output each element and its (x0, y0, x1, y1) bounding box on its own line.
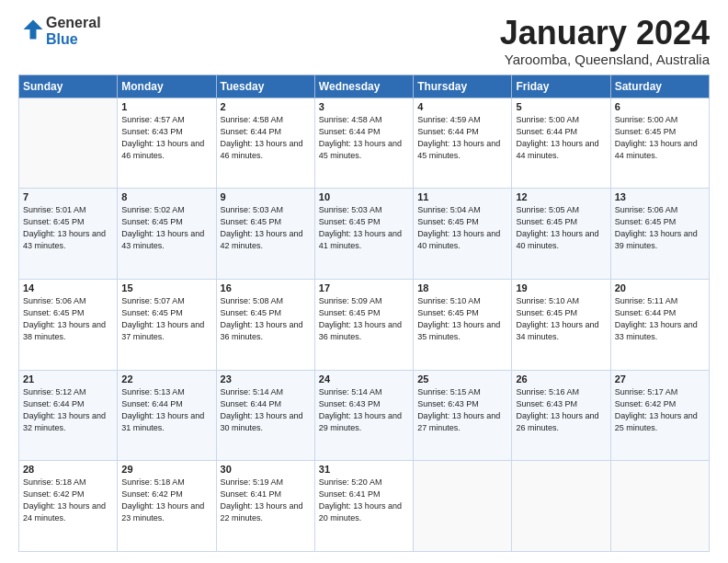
col-saturday: Saturday (610, 75, 709, 98)
table-row: 20 Sunrise: 5:11 AMSunset: 6:44 PMDaylig… (610, 279, 709, 370)
title-block: January 2024 Yaroomba, Queensland, Austr… (500, 15, 710, 67)
cell-content: Sunrise: 4:58 AMSunset: 6:44 PMDaylight:… (221, 114, 311, 162)
table-row (512, 461, 610, 552)
calendar-table: Sunday Monday Tuesday Wednesday Thursday… (18, 75, 710, 552)
cell-content: Sunrise: 5:18 AMSunset: 6:42 PMDaylight:… (121, 477, 211, 524)
table-row: 5 Sunrise: 5:00 AMSunset: 6:44 PMDayligh… (512, 98, 610, 189)
day-number: 29 (121, 464, 211, 475)
day-number: 26 (516, 373, 606, 385)
table-row: 24 Sunrise: 5:14 AMSunset: 6:43 PMDaylig… (314, 370, 413, 461)
col-monday: Monday (118, 75, 216, 98)
logo-blue-text: Blue (46, 31, 78, 47)
cell-content: Sunrise: 5:10 AMSunset: 6:45 PMDaylight:… (516, 295, 606, 343)
cell-content: Sunrise: 5:13 AMSunset: 6:44 PMDaylight:… (121, 386, 211, 434)
week-row-3: 14 Sunrise: 5:06 AMSunset: 6:45 PMDaylig… (19, 279, 710, 370)
table-row: 29 Sunrise: 5:18 AMSunset: 6:42 PMDaylig… (118, 461, 216, 552)
day-number: 31 (319, 464, 409, 475)
day-number: 27 (615, 373, 705, 385)
day-number: 21 (23, 373, 113, 385)
table-row: 12 Sunrise: 5:05 AMSunset: 6:45 PMDaylig… (512, 189, 610, 280)
col-sunday: Sunday (19, 75, 118, 98)
table-row: 28 Sunrise: 5:18 AMSunset: 6:42 PMDaylig… (19, 461, 118, 552)
logo-general-text: General (46, 15, 101, 30)
day-number: 5 (516, 101, 606, 112)
day-number: 8 (121, 191, 211, 202)
week-row-2: 7 Sunrise: 5:01 AMSunset: 6:45 PMDayligh… (19, 189, 710, 280)
logo-icon (20, 17, 46, 42)
day-number: 7 (23, 191, 113, 202)
col-friday: Friday (512, 75, 610, 98)
table-row: 14 Sunrise: 5:06 AMSunset: 6:45 PMDaylig… (19, 279, 118, 370)
cell-content: Sunrise: 5:02 AMSunset: 6:45 PMDaylight:… (121, 204, 211, 252)
week-row-4: 21 Sunrise: 5:12 AMSunset: 6:44 PMDaylig… (19, 370, 710, 461)
table-row (414, 461, 512, 552)
table-row: 15 Sunrise: 5:07 AMSunset: 6:45 PMDaylig… (118, 279, 216, 370)
cell-content: Sunrise: 5:12 AMSunset: 6:44 PMDaylight:… (23, 386, 113, 434)
table-row: 4 Sunrise: 4:59 AMSunset: 6:44 PMDayligh… (414, 98, 512, 189)
table-row: 13 Sunrise: 5:06 AMSunset: 6:45 PMDaylig… (610, 189, 709, 280)
cell-content: Sunrise: 5:17 AMSunset: 6:42 PMDaylight:… (615, 386, 705, 434)
day-number: 24 (319, 373, 409, 385)
cell-content: Sunrise: 5:14 AMSunset: 6:43 PMDaylight:… (319, 386, 409, 434)
table-row: 22 Sunrise: 5:13 AMSunset: 6:44 PMDaylig… (118, 370, 216, 461)
cell-content: Sunrise: 5:08 AMSunset: 6:45 PMDaylight:… (221, 295, 311, 343)
cell-content: Sunrise: 5:05 AMSunset: 6:45 PMDaylight:… (516, 204, 606, 252)
table-row: 26 Sunrise: 5:16 AMSunset: 6:43 PMDaylig… (512, 370, 610, 461)
day-number: 2 (221, 101, 311, 112)
cell-content: Sunrise: 4:59 AMSunset: 6:44 PMDaylight:… (417, 114, 507, 162)
logo: General Blue (18, 15, 101, 47)
cell-content: Sunrise: 5:15 AMSunset: 6:43 PMDaylight:… (417, 386, 507, 434)
cell-content: Sunrise: 5:19 AMSunset: 6:41 PMDaylight:… (221, 477, 311, 524)
table-row: 7 Sunrise: 5:01 AMSunset: 6:45 PMDayligh… (19, 189, 118, 280)
week-row-5: 28 Sunrise: 5:18 AMSunset: 6:42 PMDaylig… (19, 461, 710, 552)
table-row: 17 Sunrise: 5:09 AMSunset: 6:45 PMDaylig… (314, 279, 413, 370)
day-number: 30 (221, 464, 311, 475)
cell-content: Sunrise: 5:20 AMSunset: 6:41 PMDaylight:… (319, 477, 409, 524)
day-number: 19 (516, 282, 606, 293)
cell-content: Sunrise: 5:07 AMSunset: 6:45 PMDaylight:… (121, 295, 211, 343)
calendar-page: General Blue January 2024 Yaroomba, Quee… (0, 0, 728, 563)
table-row: 3 Sunrise: 4:58 AMSunset: 6:44 PMDayligh… (314, 98, 413, 189)
day-number: 1 (121, 101, 211, 112)
table-row: 21 Sunrise: 5:12 AMSunset: 6:44 PMDaylig… (19, 370, 118, 461)
day-number: 22 (121, 373, 211, 385)
day-number: 16 (221, 282, 311, 293)
table-row: 25 Sunrise: 5:15 AMSunset: 6:43 PMDaylig… (414, 370, 512, 461)
day-number: 11 (417, 191, 507, 202)
day-number: 18 (417, 282, 507, 293)
header: General Blue January 2024 Yaroomba, Quee… (18, 15, 710, 67)
calendar-header-row: Sunday Monday Tuesday Wednesday Thursday… (19, 75, 710, 98)
table-row: 30 Sunrise: 5:19 AMSunset: 6:41 PMDaylig… (216, 461, 314, 552)
day-number: 4 (417, 101, 507, 112)
cell-content: Sunrise: 5:14 AMSunset: 6:44 PMDaylight:… (221, 386, 311, 434)
cell-content: Sunrise: 5:09 AMSunset: 6:45 PMDaylight:… (319, 295, 409, 343)
day-number: 12 (516, 191, 606, 202)
col-thursday: Thursday (414, 75, 512, 98)
table-row: 1 Sunrise: 4:57 AMSunset: 6:43 PMDayligh… (118, 98, 216, 189)
table-row (19, 98, 118, 189)
cell-content: Sunrise: 4:58 AMSunset: 6:44 PMDaylight:… (319, 114, 409, 162)
svg-marker-0 (24, 19, 43, 39)
logo-text: General Blue (46, 15, 101, 47)
day-number: 25 (417, 373, 507, 385)
day-number: 23 (221, 373, 311, 385)
table-row: 10 Sunrise: 5:03 AMSunset: 6:45 PMDaylig… (314, 189, 413, 280)
cell-content: Sunrise: 5:04 AMSunset: 6:45 PMDaylight:… (417, 204, 507, 252)
cell-content: Sunrise: 5:06 AMSunset: 6:45 PMDaylight:… (615, 204, 705, 252)
day-number: 10 (319, 191, 409, 202)
table-row: 8 Sunrise: 5:02 AMSunset: 6:45 PMDayligh… (118, 189, 216, 280)
table-row: 2 Sunrise: 4:58 AMSunset: 6:44 PMDayligh… (216, 98, 314, 189)
table-row: 31 Sunrise: 5:20 AMSunset: 6:41 PMDaylig… (314, 461, 413, 552)
day-number: 3 (319, 101, 409, 112)
day-number: 28 (23, 464, 113, 475)
cell-content: Sunrise: 5:01 AMSunset: 6:45 PMDaylight:… (23, 204, 113, 252)
table-row: 6 Sunrise: 5:00 AMSunset: 6:45 PMDayligh… (610, 98, 709, 189)
table-row: 16 Sunrise: 5:08 AMSunset: 6:45 PMDaylig… (216, 279, 314, 370)
table-row: 11 Sunrise: 5:04 AMSunset: 6:45 PMDaylig… (414, 189, 512, 280)
cell-content: Sunrise: 5:10 AMSunset: 6:45 PMDaylight:… (417, 295, 507, 343)
cell-content: Sunrise: 5:06 AMSunset: 6:45 PMDaylight:… (23, 295, 113, 343)
day-number: 20 (615, 282, 705, 293)
cell-content: Sunrise: 5:11 AMSunset: 6:44 PMDaylight:… (615, 295, 705, 343)
table-row (610, 461, 709, 552)
col-wednesday: Wednesday (314, 75, 413, 98)
